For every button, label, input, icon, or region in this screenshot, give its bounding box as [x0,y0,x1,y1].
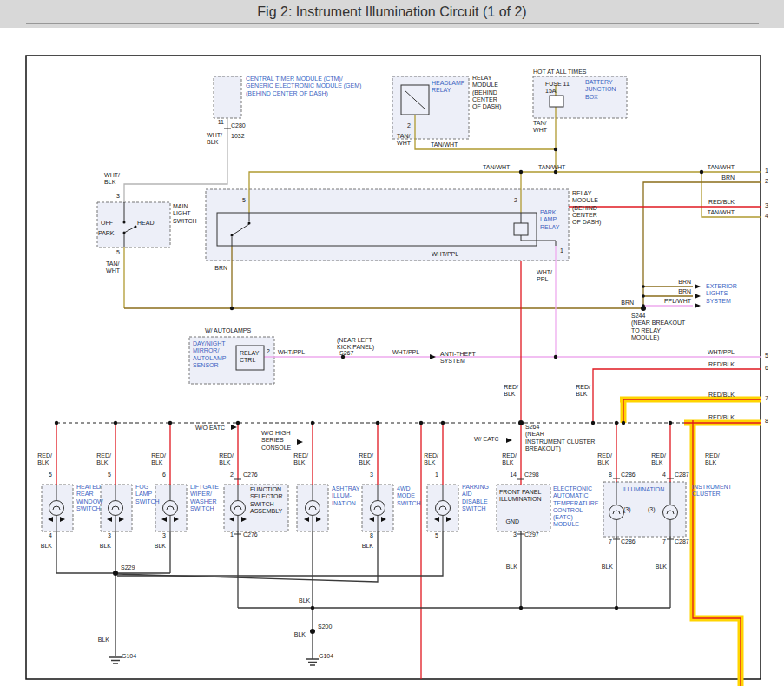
splice-s264 [518,420,524,425]
autolamp-sensor-box [189,337,274,384]
headlamp-relay-module-box [392,76,469,139]
heated-rear-window-switch-box [42,485,73,531]
main-light-switch-box [97,202,170,247]
splice-s200 [310,629,315,634]
fog-lamp-switch-box [101,485,132,531]
wiring-diagram-canvas [0,0,784,686]
wiring-diagram-page: Fig 2: Instrument Illumination Circuit (… [0,0,784,686]
function-selector-box [224,485,288,531]
liftgate-wiper-switch-box [155,485,187,531]
ctm-gem-module-box [214,76,241,118]
battery-junction-box [533,76,627,118]
splice-s229 [113,571,118,576]
fuse-symbol [550,96,563,107]
front-panel-illumination-box [497,485,550,531]
splice-s244 [641,306,646,311]
diagram-border [26,56,761,679]
instrument-cluster-box [603,482,686,537]
